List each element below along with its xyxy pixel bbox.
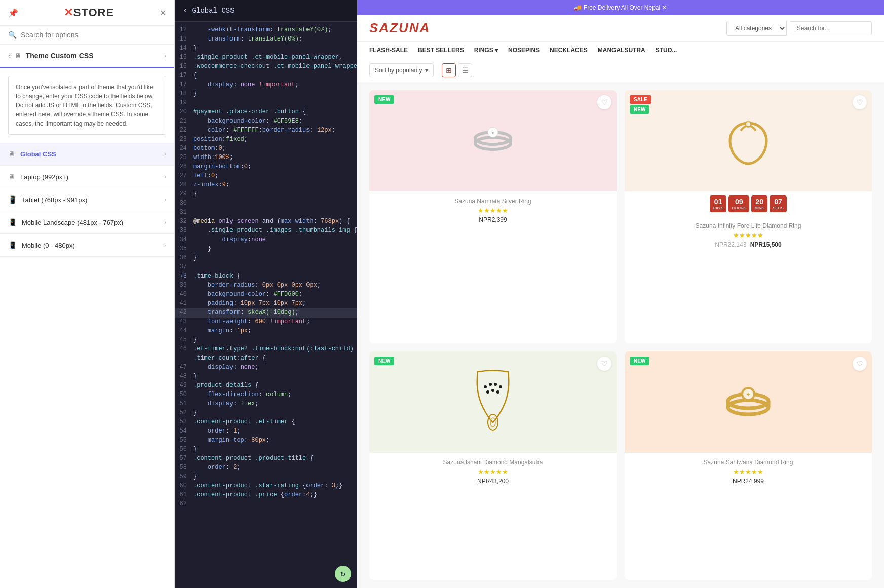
code-line: 16.woocommerce-checkout .et-mobile-panel… — [175, 62, 357, 71]
shop-top-bar: 🚚 Free Delivery All Over Nepal ✕ — [357, 0, 884, 15]
section-header-left: ‹ 🖥 Theme Custom CSS — [8, 52, 93, 60]
wishlist-button-2[interactable]: ♡ — [853, 95, 867, 109]
necklace-svg — [473, 367, 513, 438]
code-editor-wrapper: 12 -webkit-transform: translateY(0%); 13… — [175, 22, 357, 588]
code-line: 52} — [175, 409, 357, 418]
wishlist-button[interactable]: ♡ — [597, 95, 611, 109]
code-line: 31 — [175, 208, 357, 217]
menu-item-nosepins[interactable]: NOSEPINS — [508, 47, 540, 54]
product-name-2: Sazuna Infinity Fore Life Diamond Ring — [631, 222, 866, 229]
timer-hours: 09 HOURS — [728, 195, 749, 212]
left-panel: 📌 ✕STORE ✕ 🔍 ‹ 🖥 Theme Custom CSS › Once… — [0, 0, 175, 588]
shop-search-input[interactable] — [791, 21, 872, 35]
menu-item-rings[interactable]: RINGS ▾ — [474, 47, 498, 54]
code-line: 59} — [175, 473, 357, 482]
sidebar-item-laptop[interactable]: 🖥 Laptop (992px+) › — [0, 166, 174, 188]
product-card: SALE NEW ♡ 01 DAYS 09 HOURS — [625, 90, 872, 343]
chevron-right-icon: › — [164, 52, 166, 59]
code-line: ‹3.time-block { — [175, 272, 357, 281]
wishlist-button-4[interactable]: ♡ — [853, 357, 867, 371]
product-stars-4: ★★★★★ — [631, 468, 866, 476]
timer-secs: 07 SECS — [770, 195, 787, 212]
code-line: 45} — [175, 336, 357, 345]
menu-item-stud[interactable]: STUD... — [656, 47, 677, 54]
menu-item-flash-sale[interactable]: FLASH-SALE — [369, 47, 408, 54]
svg-point-7 — [746, 122, 750, 126]
code-line: 32@media only screen and (max-width: 768… — [175, 217, 357, 226]
code-line: 44 margin: 1px; — [175, 327, 357, 336]
menu-item-mangalsutra[interactable]: MANGALSUTRA — [598, 47, 645, 54]
view-buttons: ⊞ ☰ — [442, 63, 472, 77]
sidebar-item-global-css[interactable]: 🖥 Global CSS › — [0, 143, 174, 166]
grid-view-button[interactable]: ⊞ — [442, 63, 456, 77]
svg-text:✦: ✦ — [491, 130, 495, 136]
back-arrow[interactable]: ‹ — [8, 52, 11, 60]
mobile-icon: 📱 — [8, 241, 17, 249]
code-line: 55 margin-top:-80px; — [175, 436, 357, 445]
product-image-2: SALE NEW ♡ — [625, 90, 872, 191]
code-line: 13 transform: translateY(0%); — [175, 35, 357, 44]
product-image-1: NEW ♡ ✦ — [369, 90, 617, 191]
svg-point-9 — [489, 383, 492, 386]
top-bar-text: 🚚 Free Delivery All Over Nepal ✕ — [574, 4, 667, 11]
svg-point-24 — [739, 392, 743, 396]
info-text: Once you've isolated a part of theme tha… — [16, 84, 154, 127]
product-image-3: NEW ♡ — [369, 351, 617, 453]
laptop-chevron: › — [164, 173, 166, 180]
pin-icon[interactable]: 📌 — [8, 8, 18, 18]
sidebar-item-mobile[interactable]: 📱 Mobile (0 - 480px) › — [0, 234, 174, 257]
code-lines[interactable]: 12 -webkit-transform: translateY(0%); 13… — [175, 22, 357, 588]
product-card: NEW ♡ ✦ Sazuna Namrata Silver Ring ★★★★★… — [369, 90, 617, 343]
laptop-icon: 🖥 — [8, 173, 15, 181]
product-name-1: Sazuna Namrata Silver Ring — [375, 198, 610, 205]
wishlist-button-3[interactable]: ♡ — [597, 357, 611, 371]
code-line: 12 -webkit-transform: translateY(0%); — [175, 26, 357, 35]
code-editor-header: ‹ Global CSS — [175, 0, 357, 22]
product-image-4: NEW ♡ ✦ — [625, 351, 872, 453]
code-line: 30 — [175, 199, 357, 208]
close-icon[interactable]: ✕ — [160, 8, 166, 18]
code-line: 35 } — [175, 245, 357, 254]
product-price-2: NPR22,143 NPR15,500 — [631, 241, 866, 248]
sidebar-item-mobile-landscape[interactable]: 📱 Mobile Landscape (481px - 767px) › — [0, 211, 174, 234]
ring-svg-1: ✦ — [465, 113, 521, 169]
code-line: 14} — [175, 44, 357, 53]
logo-x: ✕ — [64, 6, 73, 19]
code-line: 15.single-product .et-mobile-panel-wrapp… — [175, 53, 357, 62]
code-line: 58 order: 2; — [175, 463, 357, 473]
sidebar-item-tablet[interactable]: 📱 Tablet (768px - 991px) › — [0, 188, 174, 211]
search-icon: 🔍 — [8, 31, 17, 39]
code-back-button[interactable]: ‹ — [183, 6, 188, 15]
code-line: 25width:100%; — [175, 153, 357, 163]
product-price-1: NPR2,399 — [375, 216, 610, 223]
refresh-button[interactable]: ↻ — [335, 566, 351, 582]
list-view-button[interactable]: ☰ — [458, 63, 472, 77]
category-select[interactable]: All categories — [726, 21, 787, 36]
menu-item-necklaces[interactable]: NECKLACES — [550, 47, 588, 54]
code-line: 42 transform: skewX(-10deg); — [175, 308, 357, 318]
info-box: Once you've isolated a part of theme tha… — [8, 76, 166, 135]
menu-item-best-sellers[interactable]: BEST SELLERS — [418, 47, 464, 54]
product-card: NEW ♡ ✦ Sazuna Santwana Diamond Ring ★★★… — [625, 351, 872, 580]
sort-select[interactable]: Sort by popularity ▾ — [369, 63, 434, 77]
code-line: 26margin-bottom:0; — [175, 163, 357, 172]
product-stars-2: ★★★★★ — [631, 231, 866, 239]
search-input[interactable] — [21, 31, 166, 39]
tablet-chevron: › — [164, 196, 166, 203]
code-line: 46.et-timer.type2 .time-block:not(:last-… — [175, 345, 357, 354]
code-line: 24bottom:0; — [175, 144, 357, 153]
code-line: 57.content-product .product-title { — [175, 454, 357, 463]
shop-logo: SAZUNA — [369, 20, 430, 36]
svg-point-11 — [499, 385, 502, 388]
product-card: NEW ♡ Sazuna Ishani Diamond Mangalsutra — [369, 351, 617, 580]
code-line: 40 background-color: #FFD600; — [175, 290, 357, 299]
code-line: 49.product-details { — [175, 381, 357, 390]
code-line: 37 — [175, 263, 357, 272]
section-title: Theme Custom CSS — [26, 52, 94, 60]
code-line: 43 font-weight: 600 !important; — [175, 318, 357, 327]
shop-search-area: All categories — [726, 21, 872, 36]
global-css-icon: 🖥 — [8, 150, 15, 158]
shop-preview: 🚚 Free Delivery All Over Nepal ✕ SAZUNA … — [357, 0, 884, 588]
code-line: 36} — [175, 254, 357, 263]
product-info-1: Sazuna Namrata Silver Ring ★★★★★ NPR2,39… — [369, 191, 617, 229]
